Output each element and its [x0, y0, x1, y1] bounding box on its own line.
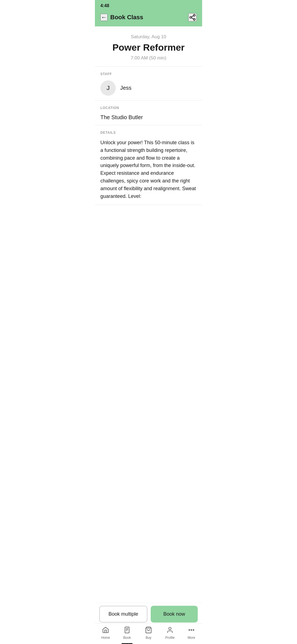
location-label: LOCATION [100, 106, 197, 110]
status-bar: 4:48 [95, 0, 202, 10]
staff-section: STAFF J Jess [95, 67, 202, 100]
header-title: Book Class [110, 14, 143, 21]
location-name: The Studio Butler [100, 114, 197, 121]
svg-line-3 [191, 18, 193, 19]
svg-line-4 [191, 16, 193, 17]
share-button[interactable] [188, 13, 197, 21]
location-section: LOCATION The Studio Butler [95, 100, 202, 125]
class-date: Saturday, Aug 10 [100, 34, 197, 40]
class-time: 7:00 AM (50 min) [100, 55, 197, 61]
staff-row: J Jess [100, 80, 197, 96]
staff-avatar-initial: J [106, 84, 110, 92]
details-text: Unlock your power! This 50-minute class … [100, 139, 197, 200]
back-button[interactable]: ← [100, 14, 108, 21]
staff-label: STAFF [100, 72, 197, 76]
header: ← Book Class [95, 10, 202, 26]
staff-avatar: J [100, 80, 116, 96]
header-left: ← Book Class [100, 14, 143, 21]
main-content: Saturday, Aug 10 Power Reformer 7:00 AM … [95, 26, 202, 233]
staff-name: Jess [120, 85, 131, 91]
class-header: Saturday, Aug 10 Power Reformer 7:00 AM … [95, 26, 202, 67]
share-icon [189, 14, 196, 21]
status-time: 4:48 [100, 3, 109, 8]
details-section: DETAILS Unlock your power! This 50-minut… [95, 125, 202, 205]
class-name: Power Reformer [100, 42, 197, 53]
details-label: DETAILS [100, 131, 197, 135]
back-arrow-icon: ← [101, 14, 107, 20]
